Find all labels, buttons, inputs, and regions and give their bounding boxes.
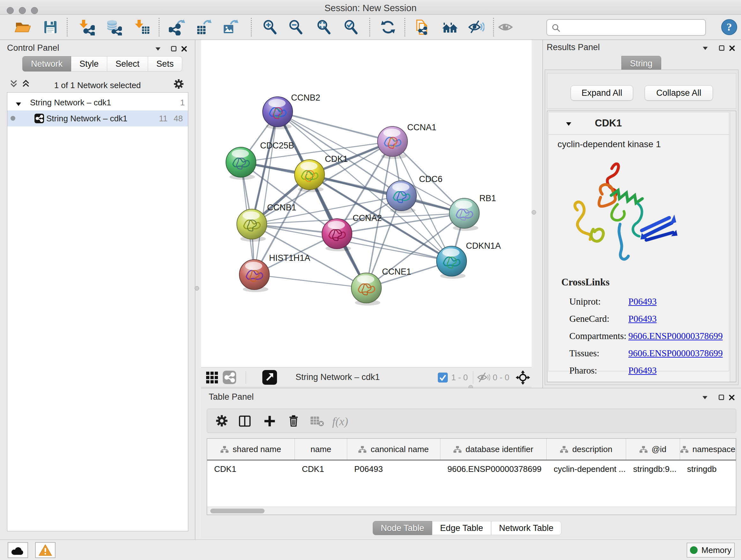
fit-selected-icon[interactable]	[516, 370, 530, 385]
float-panel-icon[interactable]	[718, 45, 725, 52]
network-overview-icon[interactable]	[223, 371, 236, 384]
network-node-CCNA2[interactable]	[322, 219, 352, 251]
network-node-CCNB2[interactable]	[263, 97, 293, 129]
collapse-icon[interactable]	[565, 121, 573, 127]
selected-checkbox[interactable]	[438, 373, 448, 382]
column-header-shared-name[interactable]: shared name	[207, 439, 295, 460]
zoom-in-button[interactable]	[262, 19, 278, 36]
table-options-icon[interactable]	[216, 415, 228, 428]
export-network-button[interactable]	[169, 19, 185, 36]
crosslink-link[interactable]: 9606.ENSP00000378699	[628, 331, 723, 341]
float-panel-icon[interactable]	[171, 45, 178, 52]
close-panel-icon[interactable]	[729, 45, 736, 52]
network-view-canvas[interactable]: CCNB2CCNA1CDC25BCDK1CDC6RB1CCNB1CCNA2CDK…	[201, 40, 532, 367]
birdseye-toggle-icon[interactable]	[262, 370, 277, 385]
save-session-button[interactable]	[42, 19, 59, 36]
delete-column-icon[interactable]	[287, 415, 300, 428]
show-all-disabled-button[interactable]	[498, 19, 515, 36]
crosslink-link[interactable]: P06493	[628, 365, 657, 376]
import-network-from-file-button[interactable]	[78, 19, 95, 36]
grid-view-icon[interactable]	[206, 372, 218, 384]
float-panel-icon[interactable]	[718, 394, 725, 401]
table-cell[interactable]: CDK1	[295, 460, 347, 478]
panel-menu-icon[interactable]	[154, 45, 161, 52]
network-edge[interactable]	[254, 274, 366, 288]
column-header-namespace[interactable]: namespace	[680, 439, 736, 460]
gear-icon[interactable]	[174, 79, 184, 89]
table-cell[interactable]: stringdb	[680, 460, 736, 478]
network-node-CDK1[interactable]	[294, 160, 325, 192]
network-node-CDC6[interactable]	[387, 181, 416, 213]
hidden-eye-icon[interactable]	[477, 372, 490, 382]
protein-section-header[interactable]: CDK1	[549, 112, 729, 135]
help-button[interactable]: ?	[721, 18, 738, 36]
clone-network-button[interactable]	[414, 19, 430, 36]
table-row[interactable]: CDK1CDK1P064939606.ENSP00000378699cyclin…	[207, 460, 736, 478]
crosslink-link[interactable]: P06493	[628, 314, 657, 324]
network-collection-row[interactable]: String Network – cdk1 1	[7, 96, 188, 109]
collection-label: String Network – cdk1	[30, 98, 111, 108]
network-edge[interactable]	[254, 112, 278, 274]
tab-select[interactable]: Select	[107, 56, 148, 71]
hscroll-thumb[interactable]	[210, 509, 265, 513]
panel-menu-icon[interactable]	[702, 45, 709, 52]
apply-preferred-layout-button[interactable]	[380, 19, 396, 36]
network-node-RB1[interactable]	[449, 198, 479, 231]
tab-network[interactable]: Network	[22, 56, 71, 71]
expand-all-button[interactable]: Expand All	[570, 85, 633, 101]
import-table-from-file-button[interactable]	[134, 19, 150, 36]
zoom-selected-button[interactable]	[343, 19, 359, 36]
table-cell[interactable]: 9606.ENSP00000378699	[441, 460, 547, 478]
right-splitter-handle[interactable]	[532, 210, 536, 214]
network-node-CCNA1[interactable]	[378, 126, 408, 159]
crosslink-link[interactable]: 9606.ENSP00000378699	[628, 348, 723, 359]
table-cell[interactable]: stringdb:9...	[626, 460, 680, 478]
close-panel-icon[interactable]	[728, 394, 735, 401]
column-header-description[interactable]: description	[547, 439, 626, 460]
results-scrollbar[interactable]	[730, 112, 735, 382]
tab-style[interactable]: Style	[71, 56, 107, 71]
search-box[interactable]	[546, 19, 706, 36]
tab-node-table[interactable]: Node Table	[373, 521, 432, 535]
cloud-button[interactable]	[8, 542, 28, 558]
zoom-out-button[interactable]	[287, 19, 304, 36]
network-node-HIST1H1A[interactable]	[239, 260, 269, 292]
add-column-icon[interactable]	[263, 415, 276, 428]
network-node-CDKN1A[interactable]	[436, 246, 467, 279]
network-node-CCNE1[interactable]	[351, 273, 381, 306]
column-header-canonical-name[interactable]: canonical name	[347, 439, 441, 460]
close-panel-icon[interactable]	[181, 45, 188, 52]
import-network-from-database-button[interactable]	[105, 19, 122, 36]
string-query-button[interactable]	[442, 19, 458, 36]
network-row-selected[interactable]: String Network – cdk1 11 48	[7, 111, 188, 126]
tab-string[interactable]: String	[621, 56, 661, 71]
column-header-name[interactable]: name	[295, 439, 347, 460]
panel-menu-icon[interactable]	[701, 394, 709, 401]
column-header-@id[interactable]: @id	[626, 439, 680, 460]
show-columns-icon[interactable]	[239, 415, 251, 428]
table-cell[interactable]: cyclin-dependent ...	[547, 460, 626, 478]
search-input[interactable]	[564, 20, 701, 35]
left-splitter-handle[interactable]	[195, 286, 199, 291]
network-node-CCNB1[interactable]	[237, 209, 267, 242]
toggle-string-labels-button[interactable]	[468, 19, 484, 36]
network-edge[interactable]	[337, 234, 452, 261]
collapse-icon[interactable]	[15, 100, 21, 105]
zoom-fit-content-button[interactable]	[316, 19, 332, 36]
export-image-button[interactable]	[222, 19, 239, 36]
tab-sets[interactable]: Sets	[148, 56, 182, 71]
table-cell[interactable]: P06493	[347, 460, 441, 478]
warnings-button[interactable]	[35, 542, 56, 558]
crosslink-link[interactable]: P06493	[628, 296, 657, 307]
export-table-button[interactable]	[195, 19, 212, 36]
tab-network-table[interactable]: Network Table	[491, 521, 562, 535]
table-hscrollbar[interactable]	[207, 507, 736, 515]
memory-button[interactable]: Memory	[687, 543, 735, 557]
open-session-button[interactable]	[14, 19, 30, 36]
tab-edge-table[interactable]: Edge Table	[432, 521, 491, 535]
toolbar-separator	[493, 18, 494, 37]
column-header-database-identifier[interactable]: database identifier	[441, 439, 547, 460]
table-cell[interactable]: CDK1	[207, 460, 295, 478]
network-node-CDC25B[interactable]	[226, 147, 256, 180]
collapse-all-button[interactable]: Collapse All	[645, 85, 713, 101]
